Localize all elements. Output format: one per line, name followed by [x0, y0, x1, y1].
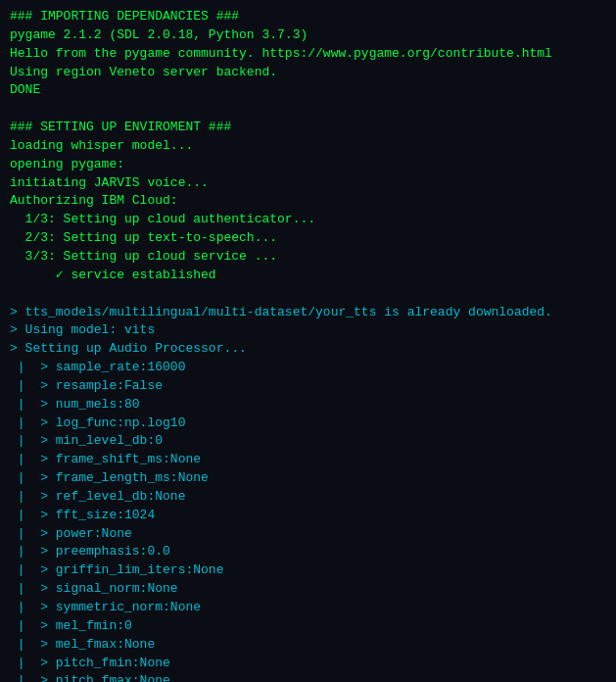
terminal-line: | > pitch_fmax:None [10, 672, 606, 682]
terminal-line: | > ref_level_db:None [10, 488, 606, 507]
terminal-line: | > frame_length_ms:None [10, 469, 606, 488]
terminal-line: | > power:None [10, 525, 606, 544]
terminal-line: ### SETTING UP ENVIROMENT ### [10, 119, 606, 137]
terminal-line: initiating JARVIS voice... [10, 174, 606, 193]
terminal-line: | > symmetric_norm:None [10, 599, 606, 617]
terminal-line: 1/3: Setting up cloud authenticator... [10, 211, 606, 229]
terminal-line: | > resample:False [10, 377, 606, 396]
terminal-line: > tts_models/multilingual/multi-dataset/… [10, 304, 606, 322]
terminal-line: | > griffin_lim_iters:None [10, 561, 606, 580]
terminal-line: | > log_func:np.log10 [10, 414, 606, 433]
terminal-line: Authorizing IBM Cloud: [10, 192, 606, 211]
terminal-output: ### IMPORTING DEPENDANCIES ###pygame 2.1… [0, 0, 616, 682]
terminal-line: | > mel_fmax:None [10, 636, 606, 655]
terminal-line: | > frame_shift_ms:None [10, 451, 606, 469]
terminal-line: | > fft_size:1024 [10, 507, 606, 525]
terminal-empty-line [10, 285, 606, 304]
terminal-line: loading whisper model... [10, 137, 606, 156]
terminal-line: 3/3: Setting up cloud service ... [10, 248, 606, 267]
terminal-line: | > sample_rate:16000 [10, 359, 606, 377]
terminal-line: 2/3: Setting up text-to-speech... [10, 229, 606, 248]
terminal-line: pygame 2.1.2 (SDL 2.0.18, Python 3.7.3) [10, 26, 606, 45]
terminal-line: | > signal_norm:None [10, 580, 606, 599]
terminal-line: ✓ service established [10, 267, 606, 285]
terminal-line: > Setting up Audio Processor... [10, 340, 606, 359]
terminal-line: | > num_mels:80 [10, 396, 606, 414]
terminal-line: Using region Veneto server backend. [10, 64, 606, 82]
terminal-line: | > preemphasis:0.0 [10, 543, 606, 561]
terminal-line: | > min_level_db:0 [10, 432, 606, 451]
terminal-line: > Using model: vits [10, 321, 606, 340]
terminal-line: Hello from the pygame community. https:/… [10, 45, 606, 64]
terminal-line: | > mel_fmin:0 [10, 617, 606, 636]
terminal-empty-line [10, 100, 606, 119]
terminal-line: opening pygame: [10, 156, 606, 174]
terminal-line: ### IMPORTING DEPENDANCIES ### [10, 8, 606, 26]
terminal-line: | > pitch_fmin:None [10, 655, 606, 673]
terminal-line: DONE [10, 81, 606, 100]
